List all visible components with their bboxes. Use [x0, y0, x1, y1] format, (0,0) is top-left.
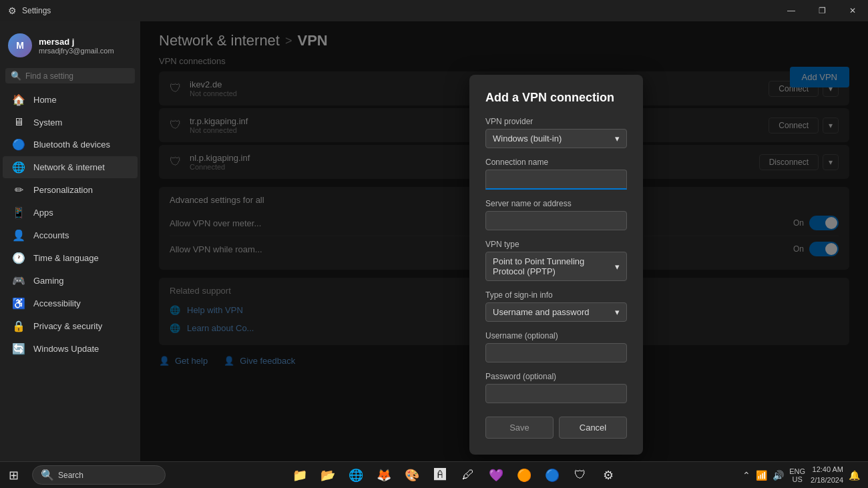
vpn-provider-value: Windows (built-in)	[493, 134, 562, 144]
vpn-provider-select[interactable]: Windows (built-in) ▾	[485, 129, 627, 148]
sidebar-item-label: Accessibility	[33, 298, 81, 308]
start-button[interactable]: ⊞	[0, 462, 27, 489]
taskbar-search-text: Search	[58, 471, 83, 480]
sidebar-item-accessibility[interactable]: ♿ Accessibility	[3, 292, 138, 314]
minimize-button[interactable]: —	[776, 0, 807, 21]
search-icon: 🔍	[41, 469, 54, 481]
password-label: Password (optional)	[485, 372, 627, 381]
sidebar-item-network[interactable]: 🌐 Network & internet	[3, 156, 138, 178]
sign-in-type-select[interactable]: Username and password ▾	[485, 302, 627, 322]
sidebar-item-apps[interactable]: 📱 Apps	[3, 202, 138, 224]
taskbar-app-edge[interactable]: 🌐	[344, 463, 368, 487]
taskbar-app-extra2[interactable]: 🔵	[540, 463, 564, 487]
server-name-group: Server name or address	[485, 199, 627, 230]
dialog-footer: Save Cancel	[485, 417, 627, 439]
notification-icon[interactable]: 🔔	[849, 470, 860, 481]
taskbar-search[interactable]: 🔍 Search	[32, 465, 166, 485]
sidebar-item-label: Time & language	[33, 253, 99, 263]
network-tray-icon[interactable]: 📶	[756, 470, 767, 481]
taskbar-app-settings[interactable]: ⚙	[596, 463, 620, 487]
sidebar-item-label: Bluetooth & devices	[33, 140, 110, 150]
taskbar: ⊞ 🔍 Search 📁 📂 🌐 🦊 🎨 🅰 🖊 💜 🟠 🔵 🛡 ⚙ ⌃ 📶 🔊…	[0, 461, 868, 488]
save-button[interactable]: Save	[485, 417, 554, 439]
privacy-icon: 🔒	[12, 320, 25, 332]
taskbar-app-files[interactable]: 📁	[288, 463, 312, 487]
cancel-button[interactable]: Cancel	[559, 417, 627, 439]
vpn-type-select[interactable]: Point to Point Tunneling Protocol (PPTP)…	[485, 252, 627, 281]
sign-in-type-value: Username and password	[493, 307, 590, 317]
time-icon: 🕐	[12, 252, 25, 264]
password-group: Password (optional)	[485, 372, 627, 403]
taskbar-date: 2/18/2024	[811, 475, 843, 485]
sidebar-item-accounts[interactable]: 👤 Accounts	[3, 224, 138, 246]
sign-in-type-group: Type of sign-in info Username and passwo…	[485, 290, 627, 322]
gaming-icon: 🎮	[12, 274, 25, 287]
chevron-up-icon[interactable]: ⌃	[742, 470, 750, 481]
password-input[interactable]	[485, 384, 627, 403]
sidebar-item-label: Accounts	[33, 230, 69, 240]
sidebar-item-label: Windows Update	[33, 344, 99, 354]
personalization-icon: ✏	[12, 184, 25, 196]
taskbar-app-shield[interactable]: 🛡	[568, 463, 592, 487]
sidebar-item-privacy[interactable]: 🔒 Privacy & security	[3, 315, 138, 337]
close-button[interactable]: ✕	[837, 0, 868, 21]
user-profile[interactable]: M mersad j mrsadjfry3@gmail.com	[0, 27, 140, 68]
connection-name-group: Connection name	[485, 158, 627, 190]
connection-name-input[interactable]	[485, 170, 627, 190]
add-vpn-dialog: Add a VPN connection VPN provider Window…	[469, 75, 643, 455]
titlebar: ⚙ Settings — ❐ ✕	[0, 0, 868, 21]
taskbar-center: 📁 📂 🌐 🦊 🎨 🅰 🖊 💜 🟠 🔵 🛡 ⚙	[166, 463, 742, 487]
taskbar-time: 12:40 AM	[813, 465, 843, 475]
vpn-type-value: Point to Point Tunneling Protocol (PPTP)	[493, 256, 615, 276]
connection-name-label: Connection name	[485, 158, 627, 167]
vpn-provider-group: VPN provider Windows (built-in) ▾	[485, 117, 627, 148]
sidebar-item-label: System	[33, 117, 62, 128]
taskbar-right: ⌃ 📶 🔊 ENGUS 12:40 AM 2/18/2024 🔔	[742, 465, 868, 485]
sidebar-item-home[interactable]: 🏠 Home	[3, 89, 138, 111]
window-controls: — ❐ ✕	[776, 0, 868, 21]
restore-button[interactable]: ❐	[807, 0, 837, 21]
search-box[interactable]: 🔍	[5, 68, 135, 83]
settings-icon: ⚙	[8, 5, 17, 16]
taskbar-app-folder[interactable]: 📂	[316, 463, 340, 487]
vpn-provider-label: VPN provider	[485, 117, 627, 126]
chevron-down-icon: ▾	[615, 134, 620, 144]
titlebar-title: Settings	[22, 6, 51, 15]
user-email: mrsadjfry3@gmail.com	[39, 47, 114, 55]
sidebar-item-windows-update[interactable]: 🔄 Windows Update	[3, 338, 138, 360]
sidebar-item-system[interactable]: 🖥 System	[3, 111, 138, 133]
language-indicator[interactable]: ENGUS	[789, 467, 805, 483]
username-input[interactable]	[485, 343, 627, 362]
sidebar-item-label: Personalization	[33, 185, 93, 195]
sidebar: M mersad j mrsadjfry3@gmail.com 🔍 🏠 Home…	[0, 21, 140, 461]
sidebar-item-gaming[interactable]: 🎮 Gaming	[3, 270, 138, 292]
taskbar-app-xd[interactable]: 🎨	[400, 463, 424, 487]
vpn-type-label: VPN type	[485, 240, 627, 249]
search-input[interactable]	[25, 71, 130, 81]
network-icon: 🌐	[12, 161, 25, 174]
taskbar-app-ai[interactable]: 🖊	[456, 463, 480, 487]
chevron-down-icon: ▾	[615, 307, 620, 317]
vpn-type-group: VPN type Point to Point Tunneling Protoc…	[485, 240, 627, 281]
sidebar-item-bluetooth[interactable]: 🔵 Bluetooth & devices	[3, 134, 138, 156]
server-name-input[interactable]	[485, 211, 627, 230]
sidebar-item-time[interactable]: 🕐 Time & language	[3, 247, 138, 269]
server-name-label: Server name or address	[485, 199, 627, 208]
sidebar-item-label: Gaming	[33, 276, 64, 286]
username-label: Username (optional)	[485, 331, 627, 340]
taskbar-app-vs[interactable]: 💜	[484, 463, 508, 487]
sidebar-item-label: Apps	[33, 208, 53, 218]
sign-in-type-label: Type of sign-in info	[485, 290, 627, 300]
taskbar-app-browser[interactable]: 🦊	[372, 463, 396, 487]
taskbar-app-ps[interactable]: 🅰	[428, 463, 452, 487]
sidebar-item-personalization[interactable]: ✏ Personalization	[3, 179, 138, 201]
bluetooth-icon: 🔵	[12, 138, 25, 151]
avatar: M	[8, 33, 32, 57]
app-body: M mersad j mrsadjfry3@gmail.com 🔍 🏠 Home…	[0, 21, 868, 461]
taskbar-app-extra1[interactable]: 🟠	[512, 463, 536, 487]
volume-icon[interactable]: 🔊	[773, 470, 784, 481]
dialog-title: Add a VPN connection	[485, 91, 627, 105]
accounts-icon: 👤	[12, 229, 25, 242]
apps-icon: 📱	[12, 206, 25, 219]
chevron-down-icon: ▾	[615, 262, 620, 272]
